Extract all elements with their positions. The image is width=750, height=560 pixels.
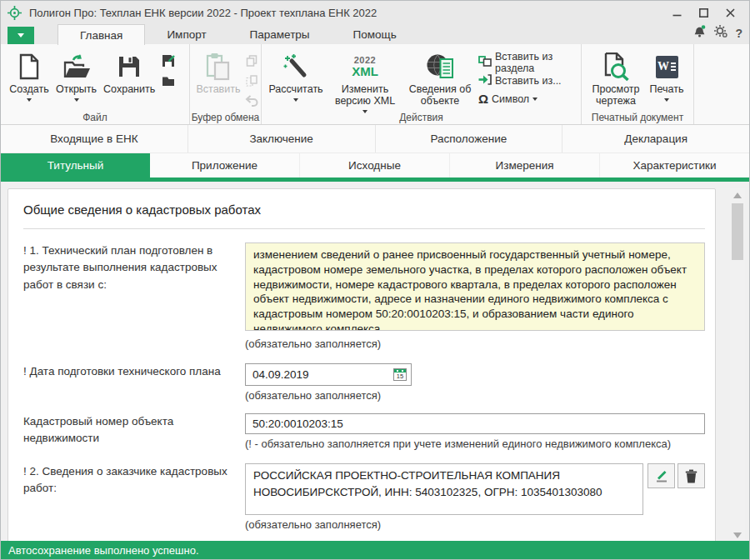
field4-label: ! 2. Сведения о заказчике кадастровых ра… bbox=[23, 463, 233, 531]
file-menu-button[interactable] bbox=[8, 27, 34, 44]
tab-iskhodnye[interactable]: Исходные bbox=[300, 153, 450, 178]
titlebar: Полигон Про: Техплан ЕНК версии 2022 - П… bbox=[1, 1, 749, 24]
paste-button[interactable]: Вставить bbox=[195, 49, 242, 96]
paste-special-button[interactable] bbox=[243, 73, 260, 88]
status-bar: Автосохранение выполнено успешно. bbox=[1, 541, 749, 559]
chevron-down-icon bbox=[74, 98, 79, 102]
close-button[interactable] bbox=[721, 5, 739, 20]
status-message: Автосохранение выполнено успешно. bbox=[8, 544, 199, 557]
tab-kharakteristiki[interactable]: Характеристики bbox=[600, 153, 749, 178]
insert-from-section-icon bbox=[478, 55, 492, 69]
section-divider bbox=[23, 228, 705, 229]
window-title: Полигон Про: Техплан ЕНК версии 2022 - П… bbox=[29, 7, 668, 19]
open-button[interactable]: Открыть bbox=[52, 49, 100, 102]
drawing-preview-button[interactable]: Просмотр чертежа bbox=[587, 49, 645, 108]
menu-tab-parametry[interactable]: Параметры bbox=[228, 24, 332, 44]
ribbon: Создать Открыть Сохранить Файл bbox=[1, 44, 749, 125]
change-xml-version-button[interactable]: 2022XML Изменить версию XML bbox=[325, 49, 405, 113]
print-button[interactable]: W Печать bbox=[645, 49, 688, 102]
group-label-print: Печатный документ bbox=[582, 112, 693, 123]
word-document-icon: W bbox=[656, 52, 678, 82]
field3-label: Кадастровый номер объекта недвижимости bbox=[23, 413, 233, 450]
undo-button[interactable] bbox=[243, 93, 260, 108]
tab-prilozhenie[interactable]: Приложение bbox=[150, 153, 300, 178]
menu-tab-import[interactable]: Импорт bbox=[145, 24, 228, 44]
field1-textarea[interactable]: изменением сведений о ранее присвоенный … bbox=[245, 242, 705, 331]
globe-document-icon bbox=[426, 52, 455, 82]
open-folder-icon bbox=[62, 52, 91, 82]
insert-from-icon bbox=[478, 74, 492, 88]
menu-tab-pomoshch[interactable]: Помощь bbox=[332, 24, 418, 44]
open-recent-folder-button[interactable] bbox=[160, 73, 177, 88]
scroll-up-icon[interactable] bbox=[733, 192, 742, 198]
chevron-down-icon bbox=[293, 98, 298, 102]
tab-vkhodyashchie-v-enk[interactable]: Входящие в ЕНК bbox=[1, 125, 188, 152]
field1-label: ! 1. Технический план подготовлен в резу… bbox=[23, 242, 233, 350]
chevron-down-icon bbox=[532, 98, 538, 101]
tab-zaklyuchenie[interactable]: Заключение bbox=[188, 125, 376, 152]
insert-from-section-button[interactable]: Вставить из раздела bbox=[478, 54, 572, 70]
section-title: Общие сведения о кадастровых работах bbox=[23, 202, 705, 217]
xml-2022-icon: 2022XML bbox=[352, 52, 378, 82]
tab-izmereniya[interactable]: Измерения bbox=[450, 153, 600, 178]
minimize-button[interactable] bbox=[668, 5, 686, 20]
field-row-4: ! 2. Сведения о заказчике кадастровых ра… bbox=[23, 463, 705, 531]
field1-note: (обязательно заполняется) bbox=[245, 338, 705, 350]
maximize-button[interactable] bbox=[694, 5, 712, 20]
chevron-down-icon bbox=[664, 98, 669, 102]
ribbon-group-print: Просмотр чертежа W Печать Печатный докум… bbox=[582, 44, 694, 124]
copy-button[interactable] bbox=[243, 53, 260, 68]
app-window: Полигон Про: Техплан ЕНК версии 2022 - П… bbox=[0, 0, 750, 560]
pencil-icon bbox=[654, 470, 669, 482]
customer-textarea[interactable]: РОССИЙСКАЯ ПРОЕКТНО-СТРОИТЕЛЬНАЯ КОМПАНИ… bbox=[245, 463, 643, 515]
create-button[interactable]: Создать bbox=[6, 49, 52, 102]
omega-icon: Ω bbox=[478, 92, 488, 105]
save-icon bbox=[118, 52, 141, 82]
field-row-3: Кадастровый номер объекта недвижимости (… bbox=[23, 413, 705, 450]
delete-customer-button[interactable] bbox=[678, 463, 705, 488]
menubar: Главная Импорт Параметры Помощь ? bbox=[1, 24, 749, 44]
tab-raspolozhenie[interactable]: Расположение bbox=[376, 125, 563, 152]
field-row-2: ! Дата подготовки технического плана 15 … bbox=[23, 363, 705, 402]
calendar-button[interactable]: 15 bbox=[389, 364, 411, 385]
insert-from-button[interactable]: Вставить из... bbox=[478, 72, 572, 88]
group-label-actions: Действия bbox=[262, 112, 581, 123]
new-document-icon bbox=[18, 52, 41, 82]
ribbon-group-file: Создать Открыть Сохранить Файл bbox=[1, 44, 190, 124]
menu-tab-glavnaya[interactable]: Главная bbox=[58, 24, 145, 45]
settings-gear-icon[interactable] bbox=[714, 25, 728, 41]
section-tabs-row1: Входящие в ЕНК Заключение Расположение Д… bbox=[1, 125, 749, 153]
form-card: Общие сведения о кадастровых работах ! 1… bbox=[8, 188, 716, 542]
field4-note: (обязательно заполняется) bbox=[245, 518, 705, 531]
scroll-thumb[interactable] bbox=[732, 203, 743, 260]
magic-wand-icon bbox=[282, 52, 309, 82]
chevron-down-icon bbox=[27, 98, 32, 102]
chevron-down-icon bbox=[18, 33, 24, 38]
object-info-button[interactable]: Сведения об объекте bbox=[405, 49, 475, 108]
date-input-group: 15 bbox=[245, 363, 412, 386]
save-button[interactable]: Сохранить bbox=[100, 49, 158, 96]
date-input[interactable] bbox=[246, 368, 389, 381]
ribbon-group-clipboard: Вставить Буфер обмена bbox=[190, 44, 262, 124]
field3-note: (! - обязательно заполняется при учете и… bbox=[245, 438, 705, 450]
field2-label: ! Дата подготовки технического плана bbox=[23, 363, 233, 402]
tab-deklaratsiya[interactable]: Декларация bbox=[562, 125, 749, 152]
notifications-bell-icon[interactable] bbox=[692, 24, 707, 42]
calendar-icon: 15 bbox=[393, 368, 407, 381]
cadastral-number-input[interactable] bbox=[245, 413, 705, 434]
calculate-button[interactable]: Рассчитать bbox=[267, 49, 325, 102]
edit-customer-button[interactable] bbox=[648, 463, 675, 488]
app-logo-icon bbox=[8, 6, 22, 20]
trash-icon bbox=[685, 469, 698, 483]
vertical-scrollbar[interactable] bbox=[730, 188, 745, 542]
symbol-button[interactable]: Ω Символ bbox=[478, 91, 572, 107]
scroll-down-icon[interactable] bbox=[733, 532, 742, 538]
field-row-1: ! 1. Технический план подготовлен в резу… bbox=[23, 242, 705, 350]
preview-magnifier-icon bbox=[602, 52, 630, 82]
ribbon-group-actions: Рассчитать 2022XML Изменить версию XML С… bbox=[262, 44, 582, 124]
help-icon[interactable]: ? bbox=[735, 27, 742, 40]
group-label-file: Файл bbox=[1, 112, 189, 123]
tab-titulnyy[interactable]: Титульный bbox=[1, 153, 150, 178]
save-as-button[interactable] bbox=[160, 53, 177, 68]
paste-clipboard-icon bbox=[206, 52, 231, 82]
